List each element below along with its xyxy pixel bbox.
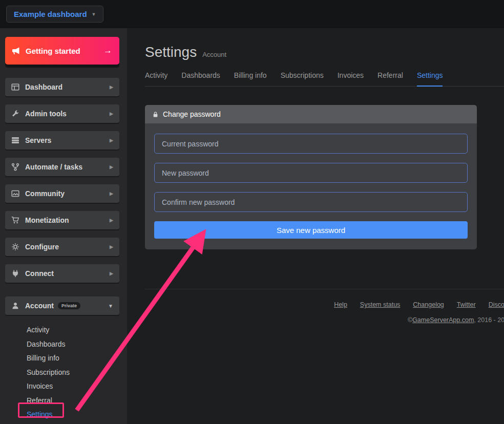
chevron-right-icon: ▶ (110, 164, 113, 169)
footer-links: Help System status Changelog Twitter Dis… (145, 301, 504, 308)
chevron-right-icon: ▶ (110, 218, 113, 223)
sidebar-item-invoices[interactable]: Invoices (27, 379, 119, 394)
community-icon (11, 189, 19, 198)
chevron-down-icon: ▼ (108, 303, 113, 309)
change-password-card-body: Save new password (145, 123, 477, 249)
dashboard-selector-button[interactable]: Example dashboard ▼ (6, 6, 103, 23)
sidebar-item-dashboard[interactable]: Dashboard ▶ (5, 78, 119, 96)
footer-link-changelog[interactable]: Changelog (413, 301, 444, 308)
dashboard-icon (11, 83, 19, 91)
account-sub-menu: Activity Dashboards Billing info Subscri… (5, 323, 119, 422)
sidebar-item-servers[interactable]: Servers ▶ (5, 131, 119, 150)
sidebar-item-community[interactable]: Community ▶ (5, 184, 119, 203)
tab-dashboards[interactable]: Dashboards (181, 71, 220, 86)
chevron-right-icon: ▶ (110, 244, 113, 249)
footer-link-twitter[interactable]: Twitter (457, 301, 476, 308)
servers-icon (11, 136, 19, 144)
page-subtitle: Account (202, 51, 226, 58)
main-content: Settings Account Activity Dashboards Bil… (127, 28, 504, 424)
sidebar-item-label: Dashboard (25, 83, 104, 91)
change-password-card: Change password Save new password (145, 105, 477, 249)
sidebar-item-automate-tasks[interactable]: Automate / tasks ▶ (5, 158, 119, 176)
new-password-field[interactable] (154, 163, 468, 183)
sidebar: Getting started → Dashboard ▶ Admin tool… (0, 28, 127, 424)
branch-icon (11, 163, 19, 171)
footer-link-gameserverapp[interactable]: GameServerApp.com (412, 316, 474, 324)
sidebar-item-dashboards[interactable]: Dashboards (27, 337, 119, 352)
footer-link-system-status[interactable]: System status (360, 301, 401, 308)
sidebar-item-label: Account (25, 302, 54, 310)
page-title: Settings (145, 44, 197, 60)
gear-icon (11, 243, 19, 251)
sidebar-item-admin-tools[interactable]: Admin tools ▶ (5, 104, 119, 123)
sidebar-item-label: Configure (25, 243, 104, 251)
footer-link-discord[interactable]: Discord (489, 301, 504, 308)
sidebar-item-account[interactable]: Account Private ▼ (5, 296, 119, 315)
tab-settings[interactable]: Settings (417, 71, 443, 87)
sidebar-item-label: Servers (25, 136, 104, 144)
sidebar-item-activity[interactable]: Activity (27, 323, 119, 337)
sidebar-item-label: Monetization (25, 216, 104, 224)
sidebar-item-label: Admin tools (25, 110, 104, 118)
dashboard-selector-label: Example dashboard (14, 10, 87, 18)
sidebar-item-label: Automate / tasks (25, 163, 104, 171)
getting-started-label: Getting started (26, 47, 80, 55)
confirm-new-password-field[interactable] (154, 192, 468, 212)
sidebar-item-settings[interactable]: Settings (27, 408, 119, 422)
footer-link-help[interactable]: Help (334, 301, 347, 308)
getting-started-button[interactable]: Getting started → (5, 37, 119, 65)
sidebar-item-billing-info[interactable]: Billing info (27, 351, 119, 366)
chevron-right-icon: ▶ (110, 111, 113, 116)
footer-copyright: © GameServerApp.com, 2016 - 2022 (145, 316, 504, 324)
sidebar-item-subscriptions[interactable]: Subscriptions (27, 366, 119, 380)
change-password-card-header: Change password (145, 105, 477, 123)
tab-subscriptions[interactable]: Subscriptions (281, 71, 324, 86)
save-new-password-button[interactable]: Save new password (154, 221, 468, 239)
sidebar-item-monetization[interactable]: Monetization ▶ (5, 211, 119, 229)
megaphone-icon (12, 47, 20, 55)
arrow-right-icon: → (103, 46, 112, 56)
current-password-field[interactable] (154, 134, 468, 154)
lock-icon (152, 111, 159, 118)
footer-divider (145, 289, 504, 289)
plug-icon (11, 269, 19, 278)
cart-icon (11, 216, 19, 224)
sidebar-item-label: Connect (25, 269, 104, 278)
user-icon (11, 302, 19, 310)
chevron-right-icon: ▶ (110, 191, 113, 196)
chevron-down-icon: ▼ (92, 12, 96, 17)
tab-invoices[interactable]: Invoices (338, 71, 364, 86)
chevron-right-icon: ▶ (110, 84, 113, 90)
sidebar-item-label: Community (25, 189, 104, 198)
topbar: Example dashboard ▼ (0, 0, 504, 28)
chevron-right-icon: ▶ (110, 138, 113, 143)
sidebar-item-referral[interactable]: Referral (27, 394, 119, 408)
tab-activity[interactable]: Activity (145, 71, 167, 86)
tab-billing-info[interactable]: Billing info (234, 71, 267, 86)
sidebar-item-connect[interactable]: Connect ▶ (5, 264, 119, 283)
chevron-right-icon: ▶ (110, 271, 113, 276)
sidebar-item-configure[interactable]: Configure ▶ (5, 238, 119, 256)
wrench-icon (11, 110, 19, 118)
tab-referral[interactable]: Referral (377, 71, 403, 86)
copyright-suffix: , 2016 - 2022 (474, 316, 504, 324)
private-badge: Private (58, 302, 80, 309)
tab-bar: Activity Dashboards Billing info Subscri… (145, 71, 504, 87)
change-password-card-title: Change password (163, 110, 221, 118)
copyright-prefix: © (408, 316, 412, 324)
